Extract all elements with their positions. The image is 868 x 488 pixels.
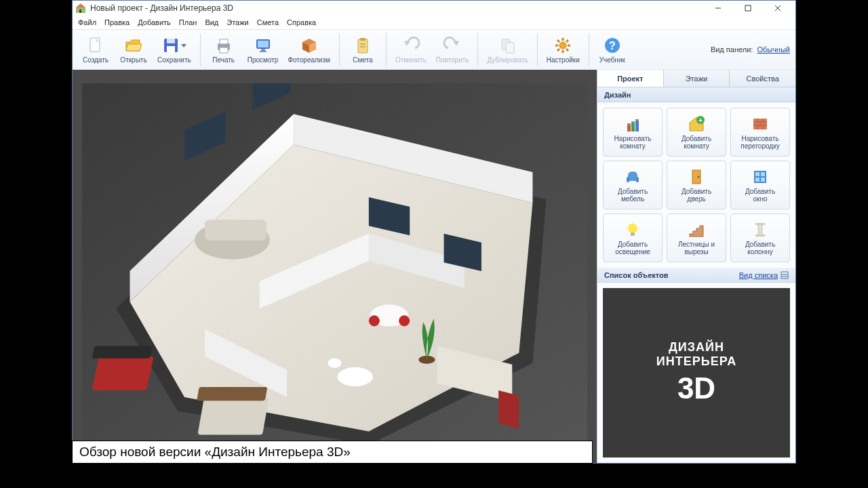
door-icon: [687, 167, 706, 186]
svg-rect-10: [167, 39, 175, 43]
redo-label: Повторить: [436, 56, 469, 64]
menu-справка[interactable]: Справка: [287, 18, 316, 26]
add-furniture-label: Добавитьмебель: [616, 188, 649, 203]
menu-план[interactable]: План: [179, 18, 197, 26]
minimize-button[interactable]: [703, 1, 733, 16]
render-cube-icon: [300, 36, 319, 55]
add-door-tool[interactable]: Добавитьдверь: [667, 161, 726, 209]
svg-rect-2: [79, 9, 81, 13]
save-label: Сохранить: [157, 56, 191, 64]
menu-добавить[interactable]: Добавить: [138, 18, 171, 26]
menu-правка[interactable]: Правка: [104, 18, 130, 26]
svg-rect-70: [627, 123, 631, 125]
svg-marker-1: [76, 3, 85, 7]
redo-icon: [443, 36, 462, 55]
svg-rect-67: [627, 125, 631, 131]
toolbar: СоздатьОткрытьСохранитьПечатьПросмотрФот…: [73, 29, 795, 70]
duplicate-label: Дублировать: [487, 56, 528, 64]
brick-wall-icon: [751, 115, 770, 134]
list-view-icon: [781, 271, 789, 279]
svg-rect-60: [498, 390, 519, 428]
duplicate-button: Дублировать: [484, 34, 531, 66]
svg-rect-85: [636, 177, 639, 182]
svg-rect-98: [755, 235, 765, 237]
add-light-label: Добавитьосвещение: [614, 241, 652, 256]
svg-point-66: [328, 359, 341, 368]
svg-rect-69: [635, 121, 639, 131]
tab-props[interactable]: Свойства: [730, 70, 795, 87]
svg-rect-56: [92, 346, 152, 359]
folder-open-icon: [124, 36, 143, 55]
panel-mode-link[interactable]: Обычный: [757, 45, 790, 54]
window-frame-icon: [751, 167, 770, 186]
add-column-label: Добавитьколонну: [744, 241, 776, 256]
menu-смета[interactable]: Смета: [257, 18, 279, 26]
design-tools-grid: Нарисоватькомнату+ДобавитькомнатуНарисов…: [597, 102, 795, 268]
svg-text:+: +: [698, 117, 703, 124]
menu-этажи[interactable]: Этажи: [226, 18, 248, 26]
objects-header-label: Список объектов: [604, 271, 668, 279]
dropdown-arrow-icon: [180, 43, 187, 48]
svg-rect-30: [506, 43, 514, 53]
add-furniture-tool[interactable]: Добавитьмебель: [603, 161, 663, 209]
panel-mode-selector: Вид панели: Обычный: [711, 45, 790, 54]
tab-floors[interactable]: Этажи: [664, 70, 730, 87]
monitor-icon: [254, 36, 273, 55]
save-button[interactable]: Сохранить: [154, 34, 195, 66]
3d-viewport[interactable]: [73, 70, 597, 463]
titlebar: Новый проект - Дизайн Интерьера 3D: [73, 1, 795, 16]
svg-rect-50: [253, 83, 290, 110]
print-button[interactable]: Печать: [206, 34, 241, 66]
copy-icon: [498, 36, 517, 55]
promo-banner[interactable]: ДИЗАЙНИНТЕРЬЕРА 3D: [603, 288, 790, 458]
preview-button[interactable]: Просмотр: [244, 34, 282, 66]
tutorial-button[interactable]: ?Учебник: [595, 34, 630, 66]
svg-rect-7: [90, 38, 100, 52]
svg-rect-97: [755, 223, 765, 225]
photoreal-label: Фотореализм: [288, 56, 330, 64]
printer-icon: [214, 36, 233, 55]
draw-room-label: Нарисоватькомнату: [613, 135, 653, 150]
design-header-label: Дизайн: [604, 91, 631, 99]
add-room-tool[interactable]: +Добавитькомнату: [667, 108, 726, 157]
svg-text:?: ?: [609, 40, 616, 52]
list-view-toggle[interactable]: Вид списка: [739, 271, 789, 279]
maximize-button[interactable]: [733, 1, 763, 16]
estimate-button[interactable]: Смета: [345, 34, 380, 66]
add-room-icon: +: [687, 115, 706, 134]
close-button[interactable]: [763, 1, 793, 16]
side-panel: ПроектЭтажиСвойства Дизайн Нарисоватьком…: [597, 70, 795, 463]
open-button[interactable]: Открыть: [116, 34, 151, 66]
stairs-tool[interactable]: Лестницы ивырезы: [667, 214, 726, 262]
app-icon: [75, 3, 86, 14]
print-label: Печать: [212, 56, 235, 64]
design-section-header: Дизайн: [597, 87, 795, 102]
svg-point-91: [628, 224, 637, 233]
add-room-label: Добавитькомнату: [680, 135, 713, 150]
settings-button[interactable]: Настройки: [543, 34, 583, 66]
tutorial-label: Учебник: [599, 56, 625, 64]
floorplan-render: [82, 83, 587, 449]
svg-rect-18: [261, 49, 265, 51]
light-bulb-icon: [623, 220, 642, 239]
add-window-tool[interactable]: Добавитьокно: [730, 161, 790, 209]
menu-вид[interactable]: Вид: [205, 18, 218, 26]
add-light-tool[interactable]: Добавитьосвещение: [603, 214, 663, 262]
photoreal-button[interactable]: Фотореализм: [284, 34, 334, 66]
add-column-tool[interactable]: Добавитьколонну: [730, 214, 790, 262]
tab-project[interactable]: Проект: [597, 70, 664, 87]
svg-line-39: [557, 49, 559, 51]
objects-section-header: Список объектов Вид списка: [597, 268, 795, 283]
draw-wall-label: Нарисоватьперегородку: [739, 135, 781, 150]
estimate-label: Смета: [353, 56, 372, 64]
stairs-icon: [687, 220, 706, 239]
create-button[interactable]: Создать: [78, 34, 113, 66]
file-new-icon: [86, 36, 105, 55]
menu-файл[interactable]: Файл: [78, 18, 96, 26]
svg-rect-19: [260, 51, 267, 52]
draw-wall-tool[interactable]: Нарисоватьперегородку: [730, 108, 790, 157]
draw-room-tool[interactable]: Нарисоватькомнату: [603, 108, 663, 157]
svg-line-37: [566, 49, 568, 51]
column-icon: [751, 220, 770, 239]
clipboard-icon: [353, 36, 372, 55]
